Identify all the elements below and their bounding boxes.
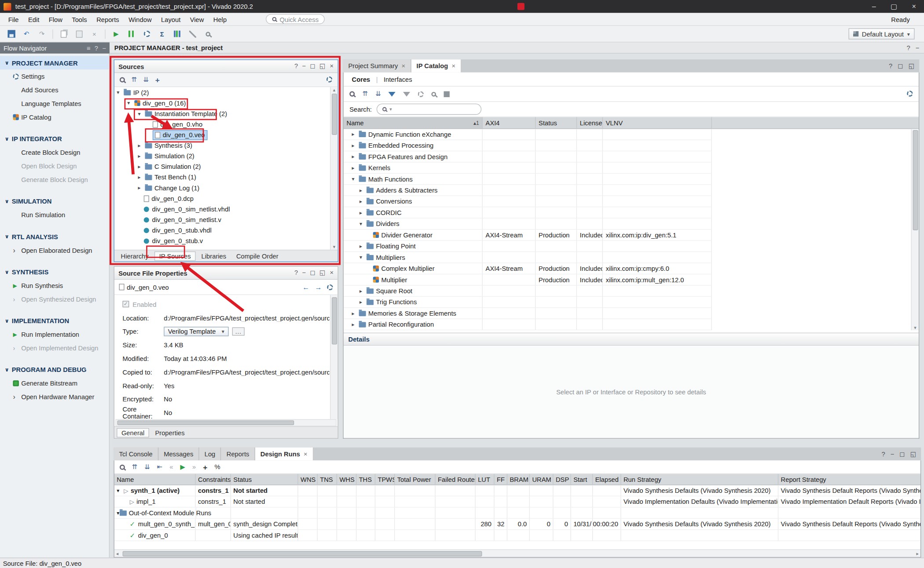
minimize-icon[interactable]: − — [302, 62, 306, 70]
run-row-mult-gen-synth[interactable]: ✓mult_gen_0_synth_1 mult_gen_0 synth_des… — [114, 519, 920, 530]
scroll-up-icon[interactable]: ▴ — [333, 87, 335, 92]
tab-log[interactable]: Log — [199, 448, 221, 460]
catalog-row-dividers[interactable]: ▾Dividers — [344, 218, 919, 229]
column-status[interactable]: Status — [535, 117, 577, 128]
column-header[interactable]: Name — [114, 474, 196, 484]
scrollbar-thumb[interactable] — [117, 420, 294, 425]
maximize-icon[interactable]: ◱ — [319, 269, 326, 277]
column-header[interactable]: DSP — [554, 474, 571, 484]
sidebar-item-ip-catalog[interactable]: IP Catalog — [0, 110, 109, 124]
catalog-row[interactable]: ▸FPGA Features and Design — [344, 151, 919, 162]
tab-hierarchy[interactable]: Hierarchy — [117, 252, 153, 260]
expand-all-icon[interactable]: ⇊ — [375, 90, 381, 98]
tree-row-c-simulation[interactable]: ▸ C Simulation (2) — [114, 161, 330, 172]
catalog-row[interactable]: ▸Kernels — [344, 163, 919, 174]
column-header[interactable]: Start — [571, 474, 593, 484]
menu-layout[interactable]: Layout — [156, 13, 185, 25]
expand-all-icon[interactable]: ⇊ — [143, 76, 149, 84]
tab-ip-sources[interactable]: IP Sources — [154, 251, 195, 260]
sidebar-item-implementation[interactable]: ∨ IMPLEMENTATION — [0, 314, 109, 328]
catalog-row[interactable]: ▸Memories & Storage Elements — [344, 308, 919, 319]
tree-row-simulation[interactable]: ▸ Simulation (2) — [114, 151, 330, 161]
filter-icon[interactable] — [389, 91, 396, 96]
flow-navigator-collapse-icon[interactable]: − — [102, 44, 106, 51]
tree-row-div-gen-0[interactable]: ▾ div_gen_0 (16) — [114, 98, 330, 108]
catalog-row[interactable]: ▸Floating Point — [344, 241, 919, 252]
gear-icon[interactable] — [327, 284, 333, 290]
step-forward-icon[interactable]: » — [192, 463, 196, 470]
filter-off-icon[interactable] — [403, 91, 411, 96]
help-icon[interactable]: ? — [889, 62, 892, 69]
menu-flow[interactable]: Flow — [44, 13, 67, 25]
scroll-right-icon[interactable]: ▸ — [917, 551, 919, 556]
tree-row-test-bench[interactable]: ▸ Test Bench (1) — [114, 172, 330, 182]
column-header[interactable]: WNS — [298, 474, 318, 484]
subtab-interfaces[interactable]: Interfaces — [384, 76, 412, 83]
tree-row-sim-netlist-vhdl[interactable]: div_gen_0_sim_netlist.vhdl — [114, 204, 330, 214]
tree-row-synthesis[interactable]: ▸ Synthesis (3) — [114, 140, 330, 151]
sidebar-item-ip-integrator[interactable]: ∨ IP INTEGRATOR — [0, 132, 109, 146]
add-sources-icon[interactable]: + — [155, 75, 160, 84]
tree-row-change-log[interactable]: ▸ Change Log (1) — [114, 182, 330, 193]
close-icon[interactable]: × — [330, 62, 334, 70]
scroll-left-icon[interactable]: ◂ — [116, 551, 118, 556]
workspace-help-icon[interactable]: ? — [906, 44, 910, 51]
tab-general[interactable]: General — [117, 428, 149, 437]
help-icon[interactable]: ? — [881, 451, 885, 458]
column-header[interactable]: BRAM — [507, 474, 530, 484]
column-axi4[interactable]: AXI4 — [483, 117, 536, 128]
layout-selector[interactable]: Default Layout ▾ — [848, 28, 915, 39]
properties-vertical-scrollbar[interactable] — [330, 295, 337, 419]
catalog-row-math-functions[interactable]: ▾Math Functions — [344, 174, 919, 185]
sidebar-item-add-sources[interactable]: Add Sources — [0, 83, 109, 97]
undo-button[interactable]: ↶ — [20, 27, 33, 40]
sidebar-item-generate-bitstream[interactable]: Generate Bitstream — [0, 376, 109, 390]
sidebar-item-synthesis[interactable]: ∨ SYNTHESIS — [0, 265, 109, 279]
tab-reports[interactable]: Reports — [221, 448, 255, 460]
subtab-cores[interactable]: Cores — [352, 76, 370, 83]
column-header[interactable]: TNS — [318, 474, 337, 484]
tab-messages[interactable]: Messages — [158, 448, 199, 460]
sidebar-item-run-simulation[interactable]: Run Simulation — [0, 208, 109, 222]
column-header[interactable]: Status — [231, 474, 298, 484]
settings-button[interactable] — [140, 27, 153, 40]
gear-icon[interactable] — [326, 76, 332, 82]
sidebar-item-create-block-design[interactable]: Create Block Design — [0, 146, 109, 159]
stop-icon[interactable] — [444, 91, 450, 97]
gear-icon[interactable] — [907, 91, 913, 96]
flow-navigator-menu-icon[interactable]: ≡ — [87, 44, 91, 51]
scroll-down-icon[interactable]: ▾ — [914, 325, 916, 330]
catalog-row[interactable]: ▸Dynamic Function eXchange — [344, 129, 919, 140]
tree-row-ip[interactable]: ▾ IP (2) — [114, 87, 330, 98]
sidebar-item-generate-block-design[interactable]: Generate Block Design — [0, 172, 109, 186]
sidebar-item-settings[interactable]: Settings — [0, 69, 109, 83]
tree-row-instantiation-template[interactable]: ▾ Instantiation Template (2) — [114, 108, 330, 119]
catalog-row-multipliers[interactable]: ▾Multipliers — [344, 252, 919, 263]
paste-button[interactable] — [73, 27, 85, 40]
minimize-icon[interactable]: − — [891, 451, 895, 458]
tab-ip-catalog[interactable]: IP Catalog × — [411, 59, 462, 72]
tree-row-veo[interactable]: div_gen_0.veo — [114, 130, 330, 140]
catalog-row[interactable]: ▸Embedded Processing — [344, 140, 919, 151]
sum-button[interactable]: Σ — [156, 27, 169, 40]
back-icon[interactable]: ← — [302, 283, 309, 291]
sidebar-item-project-manager[interactable]: ∨ PROJECT MANAGER — [0, 56, 109, 69]
tab-properties[interactable]: Properties — [151, 428, 189, 437]
search-icon[interactable] — [120, 464, 125, 470]
catalog-vertical-scrollbar[interactable]: ▾ — [911, 129, 919, 330]
expand-all-icon[interactable]: ⇊ — [144, 463, 150, 470]
edit-button[interactable] — [186, 27, 199, 40]
tree-row-dcp[interactable]: div_gen_0.dcp — [114, 193, 330, 204]
sources-vertical-scrollbar[interactable]: ▴ ▾ — [330, 87, 337, 250]
catalog-row[interactable]: ▸Trig Functions — [344, 297, 919, 308]
delete-button[interactable]: × — [88, 27, 101, 40]
tree-row-stub-vhdl[interactable]: div_gen_0_stub.vhdl — [114, 225, 330, 236]
scrollbar-thumb[interactable] — [331, 297, 337, 344]
go-to-start-icon[interactable]: ⇤ — [157, 463, 162, 470]
catalog-row[interactable]: ▸Partial Reconfiguration — [344, 319, 919, 330]
tab-design-runs[interactable]: Design Runs × — [255, 448, 313, 460]
column-vlnv[interactable]: VLNV — [603, 117, 712, 128]
column-name[interactable]: Name ▴1 — [344, 117, 483, 128]
sidebar-item-open-implemented-design[interactable]: › Open Implemented Design — [0, 341, 109, 354]
quick-access-search[interactable]: Quick Access — [265, 14, 324, 24]
